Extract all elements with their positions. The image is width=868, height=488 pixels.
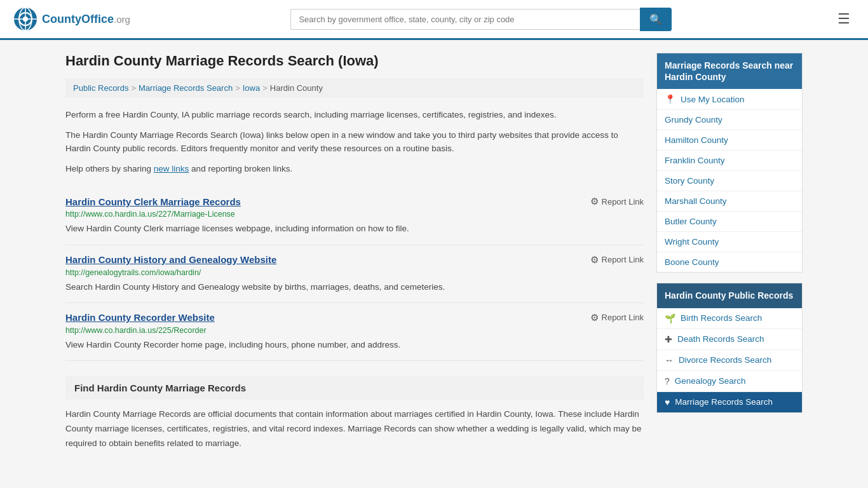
help-prefix: Help others by sharing: [65, 164, 154, 173]
use-my-location[interactable]: 📍 Use My Location: [657, 89, 802, 110]
logo-icon: [13, 6, 38, 32]
breadcrumb-current: Hardin County: [270, 83, 323, 93]
intro-paragraph2: The Hardin County Marriage Records Searc…: [65, 128, 644, 156]
record-url-2[interactable]: http://genealogytrails.com/iowa/hardin/: [65, 268, 644, 277]
record-desc-2: Search Hardin County History and Genealo…: [65, 281, 644, 294]
search-button[interactable]: 🔍: [640, 8, 672, 31]
sidebar-item-hamilton[interactable]: Hamilton County: [657, 130, 802, 151]
wright-link[interactable]: Wright County: [665, 237, 719, 247]
record-title-1: Hardin County Clerk Marriage Records: [65, 196, 241, 207]
record-title-3: Hardin County Recorder Website: [65, 312, 215, 323]
divorce-icon: ↔: [665, 355, 674, 365]
report-link-btn-2[interactable]: ⚙ Report Link: [590, 254, 644, 266]
report-label-3: Report Link: [602, 313, 644, 322]
record-title-2: Hardin County History and Genealogy Webs…: [65, 254, 276, 265]
location-icon: 📍: [665, 94, 675, 104]
content-area: Hardin County Marriage Records Search (I…: [65, 53, 644, 451]
hamilton-link[interactable]: Hamilton County: [665, 135, 728, 145]
grundy-link[interactable]: Grundy County: [665, 115, 722, 125]
sidebar-item-boone[interactable]: Boone County: [657, 252, 802, 272]
death-icon: ✚: [665, 334, 672, 344]
breadcrumb: Public Records > Marriage Records Search…: [65, 78, 644, 98]
breadcrumb-sep2: >: [235, 83, 240, 93]
record-url-1[interactable]: http://www.co.hardin.ia.us/227/Marriage-…: [65, 210, 644, 219]
sidebar-item-story[interactable]: Story County: [657, 171, 802, 191]
page-title: Hardin County Marriage Records Search (I…: [65, 53, 644, 69]
breadcrumb-public-records[interactable]: Public Records: [73, 83, 128, 93]
genealogy-link[interactable]: Genealogy Search: [675, 376, 746, 386]
breadcrumb-marriage-records[interactable]: Marriage Records Search: [139, 83, 233, 93]
record-item-1: Hardin County Clerk Marriage Records ⚙ R…: [65, 187, 644, 245]
header-right: ☰: [832, 8, 855, 30]
record-desc-1: View Hardin County Clerk marriage licens…: [65, 222, 644, 235]
marshall-link[interactable]: Marshall County: [665, 196, 727, 206]
public-records-section: Hardin County Public Records 🌱 Birth Rec…: [656, 283, 803, 412]
sidebar-genealogy[interactable]: ? Genealogy Search: [657, 371, 802, 392]
record-link-3[interactable]: Hardin County Recorder Website: [65, 312, 215, 323]
record-item-3: Hardin County Recorder Website ⚙ Report …: [65, 303, 644, 361]
help-suffix: and reporting broken links.: [189, 164, 292, 173]
search-input[interactable]: [290, 9, 640, 30]
search-area: 🔍: [290, 8, 672, 31]
find-section: Find Hardin County Marriage Records Hard…: [65, 376, 644, 451]
report-link-btn-3[interactable]: ⚙ Report Link: [590, 312, 644, 323]
record-url-3[interactable]: http://www.co.hardin.ia.us/225/Recorder: [65, 326, 644, 335]
breadcrumb-iowa[interactable]: Iowa: [243, 83, 260, 93]
nearby-section: Marriage Records Search near Hardin Coun…: [656, 53, 803, 273]
public-records-header: Hardin County Public Records: [657, 283, 802, 308]
sidebar-item-wright[interactable]: Wright County: [657, 232, 802, 252]
sidebar-item-franklin[interactable]: Franklin County: [657, 151, 802, 171]
report-icon-1: ⚙: [590, 196, 599, 207]
menu-icon: ☰: [837, 11, 850, 27]
franklin-link[interactable]: Franklin County: [665, 156, 725, 165]
marriage-records-link[interactable]: Marriage Records Search: [675, 397, 773, 407]
breadcrumb-sep1: >: [131, 83, 136, 93]
intro-paragraph1: Perform a free Hardin County, IA public …: [65, 108, 644, 122]
sidebar-item-grundy[interactable]: Grundy County: [657, 110, 802, 130]
report-icon-3: ⚙: [590, 312, 599, 323]
main-container: Hardin County Marriage Records Search (I…: [53, 40, 815, 464]
new-links-link[interactable]: new links: [154, 164, 189, 173]
help-text: Help others by sharing new links and rep…: [65, 162, 644, 176]
search-icon: 🔍: [649, 14, 662, 25]
death-records-link[interactable]: Death Records Search: [677, 334, 764, 344]
find-section-header: Find Hardin County Marriage Records: [65, 376, 644, 400]
report-icon-2: ⚙: [590, 254, 599, 266]
sidebar-item-butler[interactable]: Butler County: [657, 212, 802, 232]
record-url-link-1[interactable]: http://www.co.hardin.ia.us/227/Marriage-…: [65, 210, 235, 219]
nearby-section-header: Marriage Records Search near Hardin Coun…: [657, 53, 802, 89]
record-url-link-2[interactable]: http://genealogytrails.com/iowa/hardin/: [65, 268, 201, 277]
menu-button[interactable]: ☰: [832, 8, 855, 30]
genealogy-icon: ?: [665, 376, 670, 386]
sidebar-birth-records[interactable]: 🌱 Birth Records Search: [657, 308, 802, 329]
record-url-link-3[interactable]: http://www.co.hardin.ia.us/225/Recorder: [65, 326, 207, 335]
marriage-icon: ♥: [665, 397, 670, 407]
report-label-2: Report Link: [602, 255, 644, 264]
use-location-link[interactable]: Use My Location: [681, 95, 745, 104]
sidebar: Marriage Records Search near Hardin Coun…: [656, 53, 803, 451]
sidebar-death-records[interactable]: ✚ Death Records Search: [657, 329, 802, 350]
record-header-2: Hardin County History and Genealogy Webs…: [65, 254, 644, 266]
site-header: CountyOffice.org 🔍 ☰: [0, 0, 868, 40]
logo[interactable]: CountyOffice.org: [13, 6, 130, 32]
sidebar-marriage-records[interactable]: ♥ Marriage Records Search: [657, 392, 802, 412]
birth-icon: 🌱: [665, 313, 675, 323]
record-header-3: Hardin County Recorder Website ⚙ Report …: [65, 312, 644, 323]
birth-records-link[interactable]: Birth Records Search: [681, 313, 762, 323]
report-label-1: Report Link: [602, 197, 644, 207]
record-header-1: Hardin County Clerk Marriage Records ⚙ R…: [65, 196, 644, 207]
sidebar-divorce-records[interactable]: ↔ Divorce Records Search: [657, 350, 802, 371]
logo-text: CountyOffice.org: [42, 13, 130, 26]
record-link-1[interactable]: Hardin County Clerk Marriage Records: [65, 196, 241, 207]
record-link-2[interactable]: Hardin County History and Genealogy Webs…: [65, 254, 276, 265]
record-desc-3: View Hardin County Recorder home page, i…: [65, 339, 644, 351]
sidebar-item-marshall[interactable]: Marshall County: [657, 191, 802, 212]
breadcrumb-sep3: >: [262, 83, 268, 93]
story-link[interactable]: Story County: [665, 176, 714, 186]
record-item-2: Hardin County History and Genealogy Webs…: [65, 245, 644, 303]
butler-link[interactable]: Butler County: [665, 217, 717, 226]
boone-link[interactable]: Boone County: [665, 257, 719, 267]
divorce-records-link[interactable]: Divorce Records Search: [679, 355, 771, 365]
report-link-btn-1[interactable]: ⚙ Report Link: [590, 196, 644, 207]
find-section-text: Hardin County Marriage Records are offic…: [65, 407, 644, 451]
